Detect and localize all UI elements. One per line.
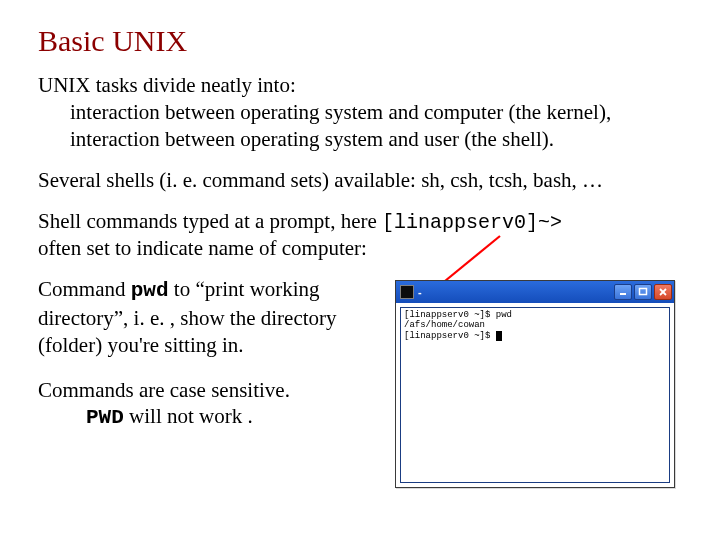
intro-line: UNIX tasks divide neatly into: <box>38 73 296 97</box>
terminal-titlebar: - <box>396 281 674 303</box>
pwd-line3: (folder) you're sitting in. <box>38 333 244 357</box>
intro-block: UNIX tasks divide neatly into: interacti… <box>38 72 682 153</box>
prompt-pre: Shell commands typed at a prompt, here <box>38 209 382 233</box>
pwd-line2: directory”, i. e. , show the directory <box>38 306 337 330</box>
terminal-title-left: - <box>400 285 422 299</box>
terminal-line-2: /afs/home/cowan <box>404 320 485 330</box>
svg-rect-2 <box>640 289 647 295</box>
maximize-button[interactable] <box>634 284 652 300</box>
terminal-title-text: - <box>418 286 422 298</box>
prompt-block: Shell commands typed at a prompt, here [… <box>38 208 682 262</box>
prompt-code: [linappserv0]~> <box>382 211 562 234</box>
case-command: PWD <box>86 406 124 429</box>
case-post: will not work . <box>124 404 253 428</box>
window-buttons <box>614 284 672 300</box>
terminal-window: - [linappserv0 ~]$ pwd /afs/home/cowan [… <box>395 280 675 488</box>
intro-item-1: interaction between operating system and… <box>38 99 611 126</box>
close-button[interactable] <box>654 284 672 300</box>
terminal-body[interactable]: [linappserv0 ~]$ pwd /afs/home/cowan [li… <box>400 307 670 483</box>
pwd-post1: to “print working <box>169 277 320 301</box>
terminal-line-3: [linappserv0 ~]$ <box>404 331 496 341</box>
terminal-app-icon <box>400 285 414 299</box>
minimize-button[interactable] <box>614 284 632 300</box>
terminal-cursor-icon <box>496 331 502 341</box>
close-icon <box>658 287 668 297</box>
case-line1: Commands are case sensitive. <box>38 378 290 402</box>
intro-item-2: interaction between operating system and… <box>38 126 554 153</box>
terminal-line-1: [linappserv0 ~]$ pwd <box>404 310 512 320</box>
maximize-icon <box>638 287 648 297</box>
pwd-command: pwd <box>131 279 169 302</box>
prompt-post: often set to indicate name of computer: <box>38 236 367 260</box>
slide-basic-unix: Basic UNIX UNIX tasks divide neatly into… <box>0 0 720 540</box>
shells-line: Several shells (i. e. command sets) avai… <box>38 167 682 194</box>
case-block: Commands are case sensitive. PWD will no… <box>38 377 378 433</box>
minimize-icon <box>618 287 628 297</box>
pwd-pre: Command <box>38 277 131 301</box>
pwd-block: Command pwd to “print working directory”… <box>38 276 378 359</box>
slide-heading: Basic UNIX <box>38 24 682 58</box>
